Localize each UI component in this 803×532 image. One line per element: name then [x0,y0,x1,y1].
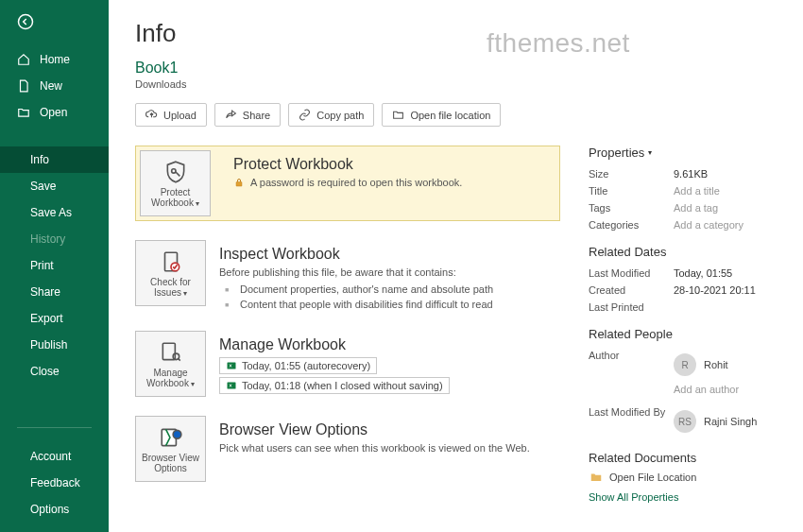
nav-label: Account [30,450,71,463]
tags-field[interactable]: Add a tag [674,202,718,214]
version-label: Today, 01:55 (autorecovery) [242,360,370,371]
author-row: Author R Rohit Add an author [589,347,777,398]
person-name: Rajni Singh [704,416,757,427]
check-issues-tile[interactable]: Check for Issues▾ [135,240,206,306]
protect-section: Protect Workbook▾ Protect Workbook A pas… [135,146,560,221]
upload-button[interactable]: Upload [135,103,207,127]
browser-section: Browser View Options Browser View Option… [135,416,560,482]
avatar: RS [674,410,696,433]
author-person[interactable]: R Rohit [674,350,739,380]
protect-title: Protect Workbook [233,156,554,173]
add-author-field[interactable]: Add an author [674,384,739,395]
inspect-desc: Before publishing this file, be aware th… [219,266,456,278]
dates-heading: Related Dates [589,245,777,259]
properties-heading[interactable]: Properties▾ [589,146,777,160]
prop-row-modified: Last ModifiedToday, 01:55 [589,265,777,282]
svg-rect-2 [236,182,242,187]
nav-label: Close [30,365,60,378]
version-item[interactable]: Today, 01:18 (when I closed without savi… [219,377,450,394]
modified-by-row: Last Modified By RS Rajni Singh [589,403,777,439]
nav-label: Save As [30,206,72,219]
nav-home[interactable]: Home [0,46,109,73]
button-label: Upload [163,110,196,121]
copy-path-button[interactable]: Copy path [288,103,374,127]
folder-icon [392,109,404,121]
backstage-sidebar: Home New Open Info Save Save As History … [0,0,109,532]
nav-primary: Home New Open [0,43,109,129]
inspect-bullets: Document properties, author's name and a… [219,282,560,312]
nav-open[interactable]: Open [0,99,109,126]
share-icon [225,109,237,121]
svg-point-1 [171,169,175,173]
nav-options[interactable]: Options [0,496,109,523]
nav-label: Publish [30,338,67,352]
nav-label: Options [30,503,69,516]
nav-history: History [0,226,109,252]
nav-info[interactable]: Info [0,146,109,173]
nav-print[interactable]: Print [0,252,109,279]
folder-icon [589,471,604,484]
nav-label: History [30,232,65,246]
manage-workbook-tile[interactable]: Manage Workbook▾ [135,331,206,397]
nav-save-as[interactable]: Save As [0,199,109,226]
manage-section: Manage Workbook▾ Manage Workbook Today, … [135,331,560,397]
nav-label: Share [30,285,60,299]
new-icon [17,79,30,93]
protect-workbook-tile[interactable]: Protect Workbook▾ [140,150,211,216]
open-icon [17,106,30,119]
version-item[interactable]: Today, 01:55 (autorecovery) [219,357,377,374]
version-label: Today, 01:18 (when I closed without savi… [242,380,443,391]
tile-label: Protect Workbook [151,187,194,208]
watermark: fthemes.net [487,28,630,59]
title-field[interactable]: Add a title [674,185,720,197]
nav-feedback[interactable]: Feedback [0,470,109,496]
prop-row-size: Size9.61KB [589,165,777,182]
back-button[interactable] [0,0,109,43]
browser-desc: Pick what users can see when this workbo… [219,442,530,454]
nav-label: Export [30,312,63,325]
prop-row-title: TitleAdd a title [589,182,777,199]
inspect-section: Check for Issues▾ Inspect Workbook Befor… [135,240,560,312]
home-icon [17,53,30,66]
manage-title: Manage Workbook [219,336,560,353]
nav-footer: Account Feedback Options [0,439,109,532]
page-title: Info [135,19,777,48]
nav-publish[interactable]: Publish [0,332,109,358]
people-heading: Related People [589,327,777,341]
open-file-location-link[interactable]: Open File Location [589,471,777,484]
show-all-properties-link[interactable]: Show All Properties [589,491,678,503]
browser-view-icon [159,425,183,450]
prop-row-created: Created28-10-2021 20:11 [589,282,777,299]
workbook-search-icon [159,340,183,365]
upload-icon [145,109,158,121]
nav-close[interactable]: Close [0,358,109,385]
inspect-title: Inspect Workbook [219,246,560,263]
nav-share[interactable]: Share [0,279,109,305]
categories-field[interactable]: Add a category [674,219,743,231]
version-list: Today, 01:55 (autorecovery) Today, 01:18… [219,357,560,394]
link-label: Open File Location [609,472,696,483]
properties-panel: Properties▾ Size9.61KB TitleAdd a title … [589,146,777,503]
nav-save[interactable]: Save [0,173,109,199]
nav-account[interactable]: Account [0,443,109,470]
prop-row-printed: Last Printed [589,299,777,316]
svg-point-10 [173,430,181,438]
browser-view-tile[interactable]: Browser View Options [135,416,206,482]
browser-title: Browser View Options [219,421,560,438]
excel-icon [226,360,237,371]
share-button[interactable]: Share [214,103,281,127]
open-location-button[interactable]: Open file location [382,103,501,127]
avatar: R [674,353,696,376]
nav-label: Feedback [30,476,80,489]
svg-rect-8 [228,383,236,389]
file-title: Book1 [135,60,777,77]
prop-row-tags: TagsAdd a tag [589,199,777,216]
svg-rect-7 [228,363,236,369]
modified-by-person[interactable]: RS Rajni Singh [674,406,757,437]
prop-row-categories: CategoriesAdd a category [589,216,777,233]
inspect-bullet: Document properties, author's name and a… [219,282,560,297]
nav-secondary: Info Save Save As History Print Share Ex… [0,143,109,388]
nav-export[interactable]: Export [0,305,109,332]
tile-label: Manage Workbook [146,368,189,388]
nav-new[interactable]: New [0,73,109,99]
